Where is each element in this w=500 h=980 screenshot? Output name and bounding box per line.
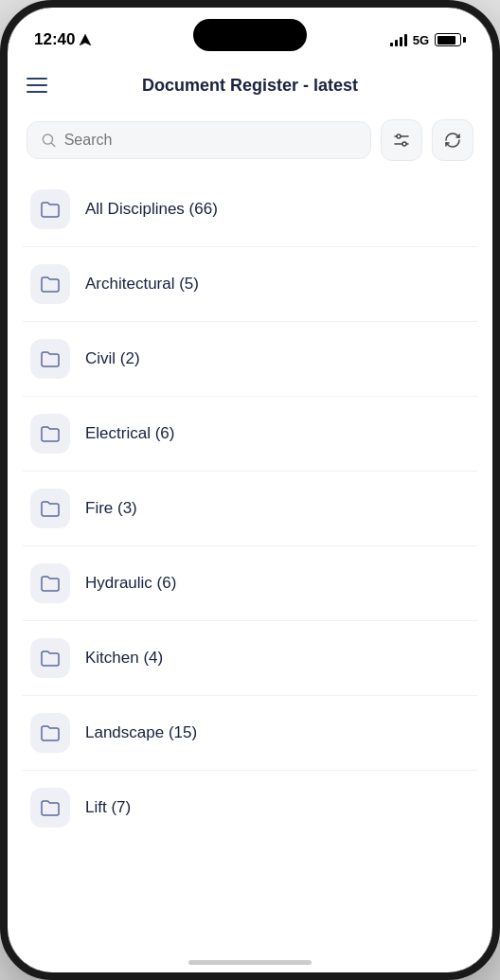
folder-icon-wrap [30,189,70,229]
folder-icon [40,498,61,519]
status-right: 5G [390,33,466,47]
refresh-icon [443,131,462,150]
item-label: Hydraulic (6) [85,574,176,593]
list-item[interactable]: Landscape (15) [23,696,477,771]
svg-point-5 [402,142,406,146]
disciplines-list: All Disciplines (66) Architectural (5) C… [8,172,492,940]
dynamic-island [193,19,307,51]
folder-icon [40,722,61,743]
filter-icon [392,131,411,150]
home-indicator [8,940,492,972]
folder-icon [40,348,61,369]
filter-button[interactable] [381,119,422,161]
refresh-button[interactable] [432,119,473,161]
folder-icon [40,573,61,594]
phone-frame: 12:40 5G [0,0,500,980]
item-label: Civil (2) [85,349,140,368]
svg-point-4 [397,134,401,138]
folder-icon-wrap [30,489,70,528]
folder-icon [40,423,61,444]
folder-icon-wrap [30,563,70,603]
folder-icon [40,274,61,294]
search-icon [41,132,57,149]
folder-icon-wrap [30,788,70,828]
folder-icon-wrap [30,414,70,454]
search-wrapper[interactable] [27,121,371,159]
signal-icon [390,33,407,46]
search-input[interactable] [64,132,357,149]
item-label: Architectural (5) [85,275,199,294]
folder-icon-wrap [30,339,70,379]
folder-icon [40,199,61,220]
time-display: 12:40 [34,30,75,49]
network-label: 5G [413,33,429,47]
svg-point-0 [43,134,52,144]
folder-icon-wrap [30,264,70,304]
folder-icon [40,797,61,818]
list-item[interactable]: Architectural (5) [23,247,477,322]
list-item[interactable]: Civil (2) [23,322,477,397]
phone-screen: 12:40 5G [8,8,492,972]
header: Document Register - latest [8,59,492,112]
list-item[interactable]: Hydraulic (6) [23,546,477,621]
list-item[interactable]: Electrical (6) [23,397,477,472]
svg-line-1 [52,143,55,146]
folder-icon-wrap [30,713,70,753]
folder-icon-wrap [30,638,70,678]
menu-button[interactable] [27,68,61,102]
list-item[interactable]: All Disciplines (66) [23,172,477,247]
item-label: Electrical (6) [85,424,174,443]
search-area [8,112,492,172]
page-title: Document Register - latest [61,76,473,96]
list-item[interactable]: Lift (7) [23,771,477,845]
item-label: Landscape (15) [85,723,197,742]
item-label: All Disciplines (66) [85,200,218,219]
status-time: 12:40 [34,30,92,49]
item-label: Lift (7) [85,798,131,817]
location-icon [79,33,92,46]
list-item[interactable]: Kitchen (4) [23,621,477,696]
item-label: Fire (3) [85,499,137,518]
folder-icon [40,648,61,668]
list-item[interactable]: Fire (3) [23,472,477,546]
item-label: Kitchen (4) [85,649,163,668]
battery-icon [435,33,466,46]
